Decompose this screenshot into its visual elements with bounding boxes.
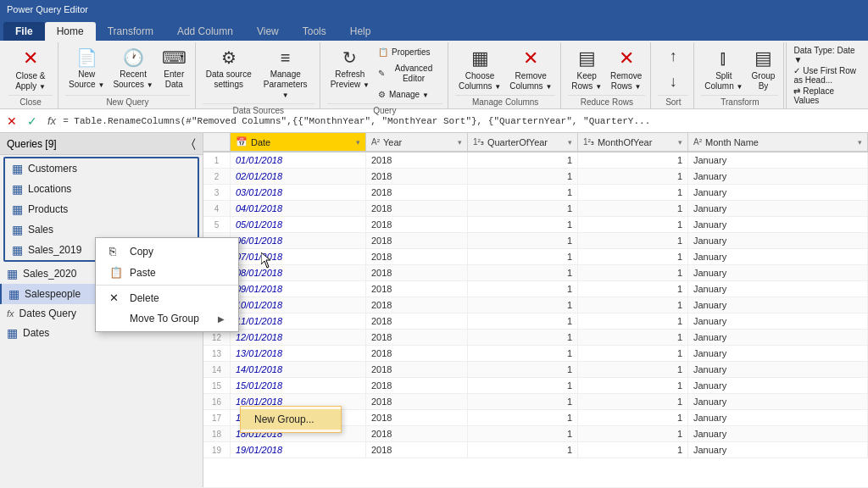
cell-quarter: 1 [468, 249, 578, 264]
choose-columns-button[interactable]: ▦ ChooseColumns ▼ [455, 44, 504, 93]
recent-sources-button[interactable]: 🕐 RecentSources ▼ [109, 44, 156, 92]
quarter-filter-btn[interactable]: ▾ [568, 138, 572, 147]
month-name-col-label: Month Name [705, 137, 759, 147]
cell-month-name: January [688, 169, 868, 184]
move-to-group-label: Move To Group [130, 313, 199, 324]
formula-confirm-icon[interactable]: ✓ [24, 114, 41, 128]
advanced-editor-button[interactable]: ✎ Advanced Editor [375, 60, 442, 86]
context-menu-move-to-group[interactable]: Move To Group ▶ New Group... [96, 308, 238, 329]
group-by-button[interactable]: ▤ GroupBy [748, 44, 778, 93]
tab-view[interactable]: View [245, 22, 291, 41]
month-name-filter-btn[interactable]: ▾ [858, 138, 862, 147]
keep-rows-icon: ▤ [578, 47, 596, 69]
ribbon-group-manage-columns: ▦ ChooseColumns ▼ ✕ RemoveColumns ▼ Mana… [450, 42, 561, 108]
item-label-sales: Sales [28, 224, 53, 236]
ribbon-group-sort: ↑ ↓ Sort [653, 42, 694, 108]
data-type-label: Data Type: Date ▼ [793, 46, 858, 64]
cell-month-num: 1 [578, 265, 688, 280]
formula-input[interactable] [63, 116, 865, 126]
context-menu-paste[interactable]: 📋 Paste [96, 262, 238, 283]
cell-month-num: 1 [578, 152, 688, 168]
cell-date: 03/01/2018 [231, 185, 366, 200]
cell-month-num: 1 [578, 169, 688, 184]
cell-year: 2018 [366, 169, 468, 184]
table-row: 1111/01/2018201811January [203, 313, 868, 330]
submenu-new-group[interactable]: New Group... [241, 409, 341, 430]
cell-month-name: January [688, 185, 868, 200]
enter-data-button[interactable]: ⌨ EnterData [159, 44, 190, 92]
formula-fx-label: fx [44, 114, 59, 127]
grid-col-year[interactable]: A² Year ▾ [366, 133, 468, 151]
new-source-icon: 📄 [76, 47, 97, 68]
year-col-label: Year [383, 137, 402, 147]
data-source-settings-button[interactable]: ⚙ Data sourcesettings [203, 44, 255, 92]
cell-row-num: 2 [203, 169, 231, 184]
cell-date: 13/01/2018 [231, 346, 366, 361]
sidebar-item-customers[interactable]: ▦ Customers [5, 158, 198, 179]
item-label-products: Products [28, 203, 68, 215]
manage-parameters-button[interactable]: ≡ ManageParameters ▼ [257, 44, 314, 102]
data-sources-group-label: Data Sources [203, 103, 314, 115]
keep-rows-button[interactable]: ▤ KeepRows ▼ [568, 44, 605, 93]
item-label-salespeople: Salespeople [25, 288, 81, 300]
formula-cancel-icon[interactable]: ✕ [3, 114, 20, 128]
table-row: 101/01/2018201811January [203, 152, 868, 169]
cell-quarter: 1 [468, 426, 578, 441]
table-icon-dates: ▦ [7, 326, 18, 340]
context-menu-copy[interactable]: ⎘ Copy [96, 241, 238, 262]
grid-col-quarter[interactable]: 1²₃ QuarterOfYear ▾ [468, 133, 578, 151]
year-filter-btn[interactable]: ▾ [458, 138, 462, 147]
cell-quarter: 1 [468, 297, 578, 313]
cell-month-name: January [688, 297, 868, 313]
tab-tools[interactable]: Tools [291, 22, 338, 41]
manage-button[interactable]: ⚙ Manage ▼ [375, 86, 442, 102]
tab-file[interactable]: File [3, 22, 45, 41]
grid-col-month-num[interactable]: 1²₃ MonthOfYear ▾ [578, 133, 688, 151]
sidebar-title: Queries [9] [7, 138, 57, 150]
month-num-filter-btn[interactable]: ▾ [678, 138, 682, 147]
tab-home[interactable]: Home [45, 22, 96, 41]
cell-month-num: 1 [578, 249, 688, 264]
tab-transform[interactable]: Transform [96, 22, 165, 41]
enter-data-icon: ⌨ [162, 47, 186, 68]
query-group-label: Query [327, 103, 442, 115]
sort-desc-button[interactable]: ↓ [658, 69, 688, 93]
context-menu-delete[interactable]: ✕ Delete [96, 287, 238, 308]
close-apply-icon: ✕ [23, 47, 38, 69]
grid-col-date[interactable]: 📅 Date ▾ [231, 133, 366, 151]
ribbon-group-transform: ⫿ SplitColumn ▼ ▤ GroupBy Transform [696, 42, 784, 108]
cell-month-num: 1 [578, 330, 688, 345]
cell-month-name: January [688, 217, 868, 232]
sidebar-item-products[interactable]: ▦ Products [5, 199, 198, 219]
date-filter-btn[interactable]: ▾ [356, 138, 360, 147]
table-icon-salespeople: ▦ [8, 287, 19, 301]
sort-group-label: Sort [658, 95, 688, 107]
cell-month-num: 1 [578, 185, 688, 200]
cell-row-num: 16 [203, 394, 231, 409]
table-icon-sales: ▦ [12, 223, 23, 236]
refresh-preview-button[interactable]: ↻ RefreshPreview ▼ [327, 44, 373, 92]
cell-month-name: January [688, 330, 868, 345]
new-source-button[interactable]: 📄 NewSource ▼ [65, 44, 108, 92]
cell-date: 08/01/2018 [231, 265, 366, 280]
sidebar-collapse-icon[interactable]: 〈 [192, 136, 196, 151]
cell-row-num: 17 [203, 410, 231, 425]
grid-col-month-name[interactable]: A² Month Name ▾ [688, 133, 868, 151]
remove-columns-icon: ✕ [523, 47, 538, 69]
cell-year: 2018 [366, 217, 468, 232]
cell-year: 2018 [366, 233, 468, 248]
close-apply-button[interactable]: ✕ Close &Apply ▼ [8, 44, 53, 93]
split-column-button[interactable]: ⫿ SplitColumn ▼ [701, 44, 746, 93]
cell-year: 2018 [366, 265, 468, 280]
sidebar-header: Queries [9] 〈 [0, 133, 203, 155]
remove-columns-button[interactable]: ✕ RemoveColumns ▼ [506, 44, 555, 93]
table-icon-locations: ▦ [12, 182, 23, 196]
cell-year: 2018 [366, 152, 468, 168]
tab-help[interactable]: Help [338, 22, 383, 41]
cell-quarter: 1 [468, 185, 578, 200]
tab-add-column[interactable]: Add Column [165, 22, 245, 41]
sidebar-item-locations[interactable]: ▦ Locations [5, 179, 198, 199]
properties-button[interactable]: 📋 Properties [375, 44, 442, 59]
remove-rows-button[interactable]: ✕ RemoveRows ▼ [607, 44, 645, 93]
sort-asc-button[interactable]: ↑ [658, 44, 688, 68]
